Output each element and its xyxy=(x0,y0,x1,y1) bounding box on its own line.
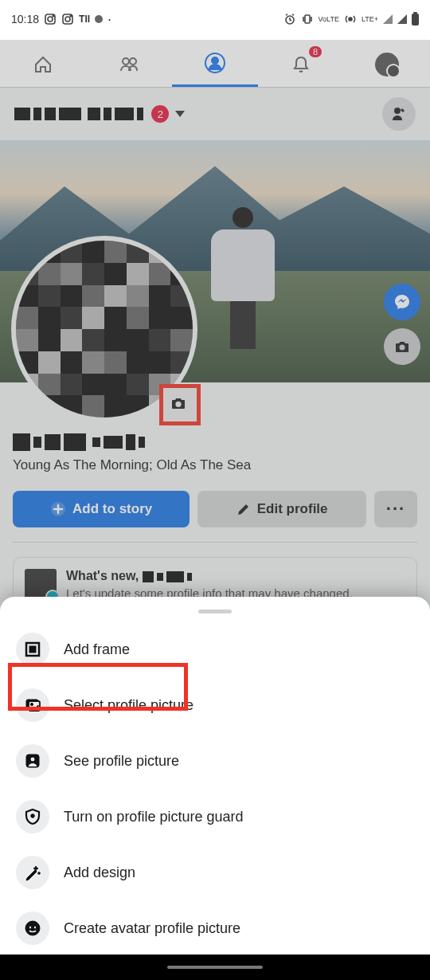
menu-add-design[interactable]: Add design xyxy=(0,845,430,900)
status-bar: 10:18 TII · VoLTE LTE+ xyxy=(0,0,430,38)
avatar-face-icon xyxy=(24,919,41,937)
volte-icon: VoLTE xyxy=(319,16,339,23)
svg-point-23 xyxy=(30,757,35,762)
menu-label: Create avatar profile picture xyxy=(64,920,240,937)
svg-point-24 xyxy=(31,814,35,818)
svg-point-8 xyxy=(349,18,352,21)
vibrate-icon xyxy=(301,13,314,25)
svg-point-21 xyxy=(30,703,33,705)
svg-point-27 xyxy=(29,926,31,929)
menu-picture-guard[interactable]: Turn on profile picture guard xyxy=(0,789,430,845)
menu-select-profile-picture[interactable]: Select profile picture xyxy=(0,677,430,733)
menu-label: Add frame xyxy=(64,641,130,658)
status-time: 10:18 xyxy=(11,13,39,25)
menu-create-avatar[interactable]: Create avatar profile picture xyxy=(0,900,430,956)
svg-point-28 xyxy=(33,926,36,929)
instagram-icon xyxy=(61,13,74,25)
menu-label: See profile picture xyxy=(64,753,179,770)
signal-icon xyxy=(397,14,407,24)
svg-point-2 xyxy=(53,15,54,17)
nav-handle xyxy=(167,966,263,969)
frame-icon xyxy=(24,641,41,658)
alarm-icon xyxy=(283,13,296,25)
svg-point-4 xyxy=(65,17,70,22)
profile-picture-menu-sheet: Add frame Select profile picture See pro… xyxy=(0,597,430,980)
menu-label: Add design xyxy=(64,864,135,881)
svg-point-1 xyxy=(48,17,53,22)
battery-icon xyxy=(412,14,419,25)
svg-point-25 xyxy=(38,872,41,875)
picture-icon xyxy=(24,696,41,714)
menu-see-profile-picture[interactable]: See profile picture xyxy=(0,733,430,789)
hotspot-icon xyxy=(344,13,357,25)
shield-icon xyxy=(24,808,41,825)
magic-wand-icon xyxy=(24,864,41,881)
menu-add-frame[interactable]: Add frame xyxy=(0,621,430,677)
menu-label: Turn on profile picture guard xyxy=(64,809,243,825)
instagram-icon xyxy=(44,13,57,25)
sheet-handle[interactable] xyxy=(198,610,232,613)
account-box-icon xyxy=(24,752,41,770)
svg-point-5 xyxy=(70,15,72,17)
menu-label: Select profile picture xyxy=(64,697,194,714)
signal-icon xyxy=(383,14,393,24)
carrier-text: TII xyxy=(79,16,90,23)
svg-rect-18 xyxy=(29,646,36,653)
network-type: LTE+ xyxy=(362,16,378,23)
svg-point-26 xyxy=(25,921,40,935)
android-nav-bar[interactable] xyxy=(0,955,430,980)
status-dot-icon xyxy=(95,15,103,23)
svg-rect-7 xyxy=(305,15,310,23)
